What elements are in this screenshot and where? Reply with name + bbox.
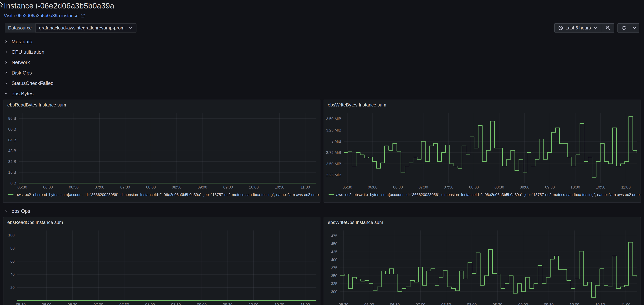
- panel-title-ebsreadbytes[interactable]: ebsReadBytes Instance sum: [4, 100, 320, 110]
- row-label: Disk Ops: [12, 70, 32, 76]
- time-range-picker[interactable]: Last 6 hours: [554, 23, 602, 33]
- svg-text:07:30: 07:30: [120, 185, 130, 189]
- svg-text:05:30: 05:30: [339, 302, 348, 305]
- svg-text:64 B: 64 B: [8, 138, 16, 142]
- row-label: ebs Ops: [12, 208, 30, 214]
- grafana-dashboard: Instance i-06e2d06a3b5b0a39a Visit i-06e…: [0, 0, 644, 305]
- legend-series-label: aws_ec2_ebsread_bytes_sum{account_id="36…: [16, 193, 320, 197]
- chevron-down-icon: [4, 92, 8, 96]
- timeseries-chart-ebsreadbytes[interactable]: 0 B16 B32 B48 B64 B80 B96 B05:3006:0006:…: [4, 110, 320, 192]
- datasource-select[interactable]: grafanacloud-awsintegrationrevamp-prom: [35, 23, 136, 33]
- svg-text:10:30: 10:30: [596, 185, 605, 189]
- row-label: CPU utilization: [12, 49, 44, 55]
- timeseries-chart-ebswritebytes[interactable]: 2.25 MiB2.50 MiB2.75 MiB3 MiB3.25 MiB3.5…: [324, 110, 641, 192]
- ebs-ops-panels: ebsReadOps Instance sum 2040608010005:30…: [0, 217, 644, 305]
- svg-text:2.75 MiB: 2.75 MiB: [326, 150, 341, 155]
- svg-text:400: 400: [331, 258, 338, 262]
- datasource-field: Datasource grafanacloud-awsintegrationre…: [4, 23, 136, 33]
- svg-text:10:30: 10:30: [274, 302, 284, 305]
- svg-text:10:30: 10:30: [595, 302, 605, 305]
- instance-link[interactable]: Visit i-06e2d06a3b5b0a39a instance: [4, 13, 85, 18]
- panel-title-ebsreadops[interactable]: ebsReadOps Instance sum: [4, 217, 320, 227]
- svg-text:08:30: 08:30: [493, 302, 502, 305]
- svg-text:11:00: 11:00: [621, 302, 630, 305]
- svg-text:40: 40: [10, 272, 15, 276]
- panel-title-ebswritebytes[interactable]: ebsWriteBytes Instance sum: [324, 100, 640, 110]
- legend-item[interactable]: aws_ec2_ebswrite_bytes_sum{account_id="3…: [324, 192, 640, 198]
- panel-plot: 0 B16 B32 B48 B64 B80 B96 B05:3006:0006:…: [4, 110, 320, 192]
- timeseries-chart-ebsreadops[interactable]: 2040608010005:3006:0006:3007:0007:3008:0…: [4, 227, 320, 305]
- row-toggle-network[interactable]: Network: [0, 57, 644, 68]
- svg-text:80: 80: [10, 246, 15, 250]
- svg-text:11:00: 11:00: [301, 185, 310, 189]
- chevron-right-icon: [4, 50, 8, 54]
- svg-text:10:00: 10:00: [570, 185, 580, 189]
- svg-text:375: 375: [331, 266, 338, 270]
- svg-text:07:00: 07:00: [95, 185, 104, 189]
- row-toggle-ebs-bytes[interactable]: ebs Bytes: [0, 88, 644, 99]
- zoom-out-icon: [606, 26, 610, 31]
- svg-text:07:30: 07:30: [444, 185, 454, 189]
- refresh-icon: [621, 26, 626, 31]
- row-toggle-disk-ops[interactable]: Disk Ops: [0, 68, 644, 78]
- dashboard-rows: Metadata CPU utilization Network Disk Op…: [0, 36, 644, 305]
- row-label: Metadata: [12, 39, 32, 45]
- svg-text:10:00: 10:00: [249, 185, 259, 189]
- svg-text:05:30: 05:30: [18, 185, 27, 189]
- svg-text:07:00: 07:00: [418, 185, 428, 189]
- svg-text:475: 475: [331, 234, 338, 238]
- svg-text:100: 100: [8, 233, 15, 237]
- svg-text:16 B: 16 B: [8, 170, 16, 174]
- svg-text:32 B: 32 B: [8, 159, 16, 164]
- svg-text:10:00: 10:00: [570, 302, 579, 305]
- legend-item[interactable]: aws_ec2_ebsread_bytes_sum{account_id="36…: [4, 192, 320, 198]
- panel-plot: 2.25 MiB2.50 MiB2.75 MiB3 MiB3.25 MiB3.5…: [324, 110, 640, 192]
- row-toggle-statuscheckfailed[interactable]: StatusCheckFailed: [0, 78, 644, 88]
- svg-text:0 B: 0 B: [10, 181, 16, 185]
- svg-text:48 B: 48 B: [8, 149, 16, 153]
- svg-text:08:00: 08:00: [469, 185, 479, 189]
- svg-text:07:30: 07:30: [441, 302, 451, 305]
- svg-text:06:00: 06:00: [43, 185, 53, 189]
- refresh-interval-dropdown[interactable]: [630, 23, 640, 33]
- svg-text:09:30: 09:30: [223, 302, 232, 305]
- svg-text:06:00: 06:00: [364, 302, 374, 305]
- svg-text:60: 60: [10, 259, 15, 263]
- svg-text:07:30: 07:30: [119, 302, 129, 305]
- chevron-down-icon: [593, 26, 598, 31]
- svg-text:08:00: 08:00: [467, 302, 476, 305]
- chevron-down-icon: [632, 26, 637, 31]
- svg-text:06:30: 06:30: [390, 302, 400, 305]
- panel-ebswritebytes: ebsWriteBytes Instance sum 2.25 MiB2.50 …: [324, 100, 641, 203]
- panel-ebsreadops: ebsReadOps Instance sum 2040608010005:30…: [3, 217, 320, 305]
- panel-ebsreadbytes: ebsReadBytes Instance sum 0 B16 B32 B48 …: [3, 100, 320, 203]
- panel-plot: 2040608010005:3006:0006:3007:0007:3008:0…: [4, 227, 320, 305]
- row-toggle-metadata[interactable]: Metadata: [0, 36, 644, 47]
- svg-text:08:30: 08:30: [172, 185, 182, 189]
- svg-text:08:00: 08:00: [145, 302, 155, 305]
- panel-ebswriteops: ebsWriteOps Instance sum 300325350375400…: [324, 217, 641, 305]
- svg-text:09:00: 09:00: [520, 185, 530, 189]
- zoom-out-button[interactable]: [602, 23, 614, 33]
- svg-text:07:00: 07:00: [94, 302, 103, 305]
- external-link-icon: [80, 13, 85, 18]
- timeseries-chart-ebswriteops[interactable]: 30032535037540042545047505:3006:0006:300…: [324, 227, 641, 305]
- row-label: Network: [12, 60, 30, 66]
- refresh-button[interactable]: [618, 23, 630, 33]
- svg-text:09:00: 09:00: [198, 185, 207, 189]
- svg-text:3.25 MiB: 3.25 MiB: [326, 128, 341, 132]
- legend-series-label: aws_ec2_ebswrite_bytes_sum{account_id="3…: [336, 193, 640, 197]
- svg-text:11:00: 11:00: [621, 185, 631, 189]
- row-toggle-ebs-ops[interactable]: ebs Ops: [0, 206, 644, 216]
- svg-text:10:30: 10:30: [275, 185, 284, 189]
- svg-text:300: 300: [331, 289, 338, 294]
- time-controls: Last 6 hours: [554, 23, 640, 33]
- svg-text:09:00: 09:00: [518, 302, 528, 305]
- ebs-bytes-panels: ebsReadBytes Instance sum 0 B16 B32 B48 …: [0, 100, 644, 203]
- mouse-cursor: [0, 2, 4, 8]
- svg-text:3.50 MiB: 3.50 MiB: [326, 117, 341, 121]
- svg-text:06:30: 06:30: [68, 302, 77, 305]
- svg-text:80 B: 80 B: [8, 127, 16, 131]
- panel-title-ebswriteops[interactable]: ebsWriteOps Instance sum: [324, 217, 640, 227]
- row-toggle-cpu-utilization[interactable]: CPU utilization: [0, 47, 644, 57]
